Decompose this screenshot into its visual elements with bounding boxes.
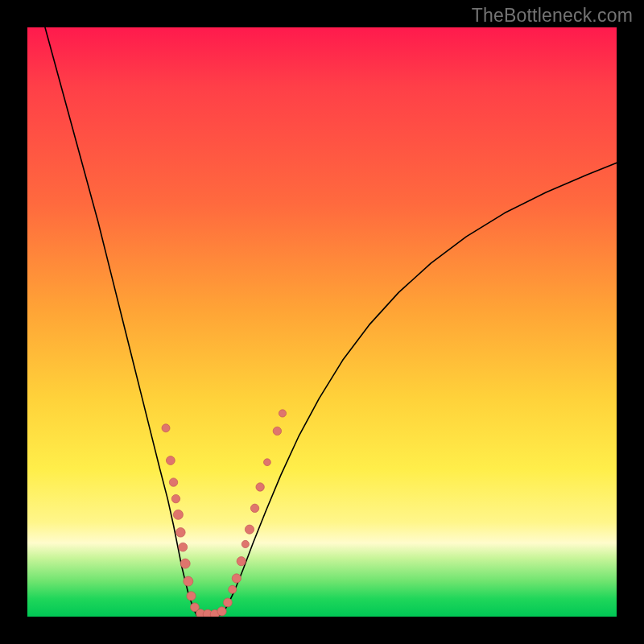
sample-dot [264,459,271,466]
chart-frame: TheBottleneck.com [0,0,644,644]
sample-dot [166,456,175,465]
curve-left-branch [45,27,196,615]
chart-svg [27,27,617,617]
sample-dot [237,557,246,566]
sample-dot [217,607,226,616]
sample-dot [256,483,264,491]
sample-dot [223,598,232,607]
watermark-text: TheBottleneck.com [472,5,633,27]
sample-dot [279,410,286,417]
sample-dot [169,478,177,486]
sample-dot [229,585,237,593]
sample-dot [245,525,254,534]
sample-dot [173,510,183,519]
sample-dot [250,504,258,512]
sample-dot [184,576,193,586]
sample-dot [232,574,241,583]
sample-dot [176,528,186,538]
curve-right-branch [222,163,617,614]
sample-dot [180,559,190,568]
chart-plot-area [27,27,617,617]
sample-dot [242,540,249,547]
sample-dot [187,592,196,601]
sample-dot [179,543,188,551]
sample-dot [162,424,170,432]
sample-dot [273,427,281,435]
sample-dots-group [162,410,287,617]
sample-dot [171,494,180,502]
